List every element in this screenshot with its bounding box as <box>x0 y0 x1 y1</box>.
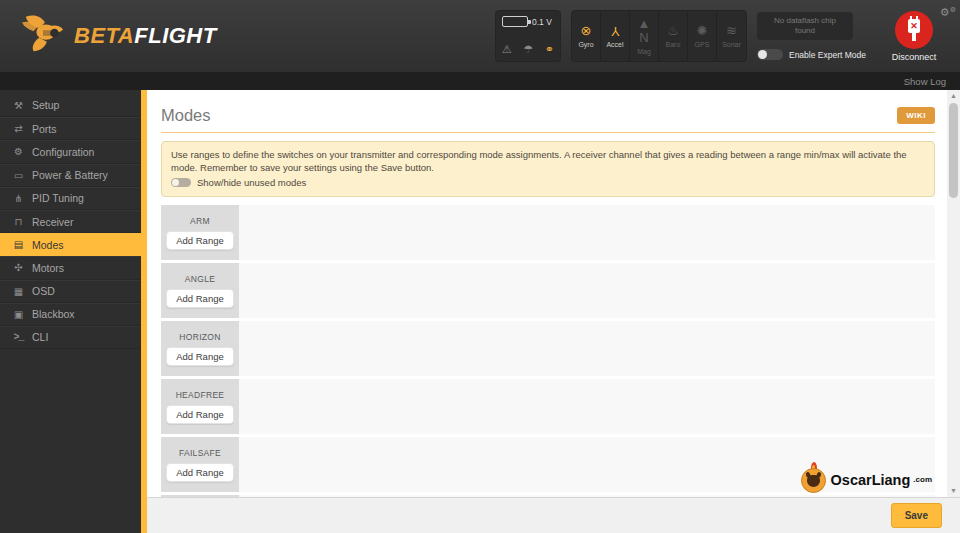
betaflight-wordmark: BETAFLIGHT <box>74 23 217 49</box>
baro-icon: ♨ <box>667 24 679 38</box>
mode-range-area <box>242 205 935 260</box>
battery-voltage: 0.1 V <box>532 17 552 27</box>
sonar-icon: ≋ <box>726 24 737 38</box>
mode-name: ANGLE <box>185 274 215 284</box>
add-range-button[interactable]: Add Range <box>166 463 234 482</box>
sensor-accel: Y Accel <box>601 11 630 61</box>
failsafe-parachute-icon: ☂ <box>523 43 533 56</box>
sidebar-item-osd[interactable]: ▦ OSD <box>0 280 141 303</box>
sensor-status-bar: ⊗ Gyro Y Accel ▲N Mag ♨ Baro ✺ GPS <box>571 10 747 62</box>
logo-flight-text: FLIGHT <box>134 23 216 48</box>
show-hide-unused-modes-label: Show/hide unused modes <box>197 176 306 189</box>
scroll-up-arrow[interactable]: ▲ <box>947 90 960 102</box>
sensor-sonar: ≋ Sonar <box>717 11 746 61</box>
mode-label-cell: FAILSAFE Add Range <box>161 437 239 492</box>
sensor-baro: ♨ Baro <box>659 11 688 61</box>
sidebar-item-setup[interactable]: ⚒ Setup <box>0 94 141 117</box>
sidebar-item-pid-tuning[interactable]: ⋔ PID Tuning <box>0 187 141 210</box>
disconnect-label: Disconnect <box>892 52 937 62</box>
mode-row-angle: ANGLE Add Range <box>161 263 935 318</box>
gps-icon: ✺ <box>697 24 708 38</box>
scrollbar-thumb[interactable] <box>949 103 958 198</box>
modes-icon: ▤ <box>12 239 25 250</box>
expert-mode-row: Enable Expert Mode <box>757 49 866 60</box>
toggle-knob <box>758 50 767 59</box>
scroll-down-arrow[interactable]: ▼ <box>947 485 960 497</box>
vertical-scrollbar[interactable]: ▲ ▼ <box>947 90 960 497</box>
mode-name: ARM <box>190 216 210 226</box>
mode-range-area <box>242 379 935 434</box>
wiki-button[interactable]: WIKI <box>897 107 935 124</box>
dataflash-expert-column: No dataflash chip found Enable Expert Mo… <box>757 10 866 62</box>
content-scroll-area: Modes WIKI Use ranges to define the swit… <box>147 90 947 497</box>
sidebar-item-configuration[interactable]: ⚙ Configuration <box>0 140 141 163</box>
terminal-icon: >_ <box>12 332 25 343</box>
save-bar: Save <box>147 497 960 533</box>
receiver-icon: ⊓ <box>12 216 25 227</box>
settings-gears-icon[interactable]: ⚙⚙ <box>940 6 956 19</box>
add-range-button[interactable]: Add Range <box>166 289 234 308</box>
sensor-gps: ✺ GPS <box>688 11 717 61</box>
watermark-name: OscarLiang <box>831 472 911 488</box>
osd-screen-icon: ▦ <box>12 286 25 297</box>
sensor-mag: ▲N Mag <box>630 11 659 61</box>
mode-name: HEADFREE <box>176 390 225 400</box>
save-button[interactable]: Save <box>891 503 942 528</box>
info-note: Use ranges to define the switches on you… <box>161 141 935 197</box>
page-title: Modes <box>161 106 211 125</box>
battery-status-panel: 0.1 V ⚠ ☂ ⚭ <box>495 10 561 62</box>
status-icon-row: ⚠ ☂ ⚭ <box>502 43 554 56</box>
mode-name: HORIZON <box>179 332 220 342</box>
sidebar-nav: ⚒ Setup ⇄ Ports ⚙ Configuration ▭ Power … <box>0 90 141 533</box>
mode-label-cell: ANGLE Add Range <box>161 263 239 318</box>
app-header: BETAFLIGHT 0.1 V ⚠ ☂ ⚭ ⊗ Gyro <box>0 0 960 72</box>
oscarliang-logo-icon <box>801 466 828 493</box>
gear-icon: ⚙ <box>12 146 25 157</box>
modes-tab-content: Modes WIKI Use ranges to define the swit… <box>147 90 960 533</box>
battery-nav-icon: ▭ <box>12 170 25 181</box>
sidebar-item-power-battery[interactable]: ▭ Power & Battery <box>0 164 141 187</box>
add-range-button[interactable]: Add Range <box>166 347 234 366</box>
sidebar-item-cli[interactable]: >_ CLI <box>0 326 141 349</box>
add-range-button[interactable]: Add Range <box>166 405 234 424</box>
unused-modes-toggle-row: Show/hide unused modes <box>171 176 925 189</box>
oscarliang-watermark: OscarLiang.com <box>801 466 932 493</box>
body-row: ⚒ Setup ⇄ Ports ⚙ Configuration ▭ Power … <box>0 90 960 533</box>
sidebar-item-blackbox[interactable]: ▣ Blackbox <box>0 303 141 326</box>
betaflight-configurator-window: BETAFLIGHT 0.1 V ⚠ ☂ ⚭ ⊗ Gyro <box>0 0 960 533</box>
usb-plug-icon: ✕ <box>907 19 921 41</box>
mode-label-cell: ARM Add Range <box>161 205 239 260</box>
mode-row-arm: ARM Add Range <box>161 205 935 260</box>
mode-label-cell: HEADFREE Add Range <box>161 379 239 434</box>
log-bar: Show Log <box>0 72 960 90</box>
expert-mode-toggle[interactable] <box>757 49 783 60</box>
battery-icon <box>502 16 528 27</box>
add-range-button[interactable]: Add Range <box>166 231 234 250</box>
title-row: Modes WIKI <box>161 102 935 128</box>
sidebar-item-motors[interactable]: ✣ Motors <box>0 256 141 279</box>
sidebar-item-modes[interactable]: ▤ Modes <box>0 233 147 256</box>
sitemap-icon: ⋔ <box>12 193 25 204</box>
mode-name: FAILSAFE <box>179 448 221 458</box>
sidebar-item-receiver[interactable]: ⊓ Receiver <box>0 210 141 233</box>
show-log-button[interactable]: Show Log <box>904 76 946 87</box>
battery-voltage-row: 0.1 V <box>502 16 554 27</box>
betaflight-bee-icon <box>20 13 66 59</box>
header-status-cluster: 0.1 V ⚠ ☂ ⚭ ⊗ Gyro Y Accel ▲N <box>495 0 952 72</box>
sensor-gyro: ⊗ Gyro <box>572 11 601 61</box>
accel-icon: Y <box>611 24 620 38</box>
warning-icon: ⚠ <box>502 43 512 56</box>
expert-mode-label: Enable Expert Mode <box>789 50 866 60</box>
mode-row-headfree: HEADFREE Add Range <box>161 379 935 434</box>
mag-icon: ▲N <box>638 17 651 45</box>
mode-range-area <box>242 321 935 376</box>
toggle-knob <box>172 179 179 186</box>
show-hide-unused-modes-toggle[interactable] <box>171 178 191 187</box>
title-divider <box>161 132 935 133</box>
betaflight-logo: BETAFLIGHT <box>20 13 217 59</box>
logo-beta-text: BETA <box>74 23 134 48</box>
sidebar-item-ports[interactable]: ⇄ Ports <box>0 117 141 140</box>
disconnect-button[interactable]: ✕ <box>895 11 933 49</box>
mode-range-area <box>242 263 935 318</box>
motor-icon: ✣ <box>12 262 25 273</box>
